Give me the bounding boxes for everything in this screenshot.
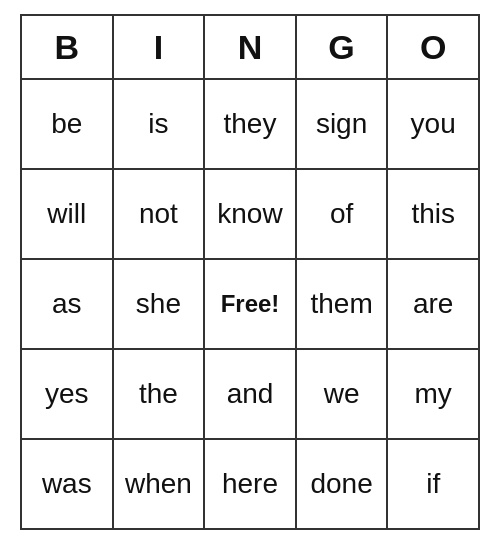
bingo-cell: will [22,170,114,258]
bingo-row: assheFree!themare [22,260,478,350]
bingo-cell: sign [297,80,389,168]
bingo-cell: them [297,260,389,348]
header-cell: G [297,16,389,78]
bingo-row: yestheandwemy [22,350,478,440]
bingo-cell: was [22,440,114,528]
bingo-row: willnotknowofthis [22,170,478,260]
bingo-cell: is [114,80,206,168]
header-cell: I [114,16,206,78]
bingo-cell: they [205,80,297,168]
bingo-cell: when [114,440,206,528]
bingo-cell: yes [22,350,114,438]
bingo-cell: done [297,440,389,528]
header-cell: B [22,16,114,78]
bingo-cell: we [297,350,389,438]
bingo-cell: as [22,260,114,348]
bingo-row: waswhenheredoneif [22,440,478,528]
bingo-cell: if [388,440,478,528]
bingo-cell: know [205,170,297,258]
bingo-cell: you [388,80,478,168]
bingo-cell: not [114,170,206,258]
header-cell: O [388,16,478,78]
header-cell: N [205,16,297,78]
bingo-cell: be [22,80,114,168]
bingo-row: beistheysignyou [22,80,478,170]
bingo-card: BINGO beistheysignyouwillnotknowofthisas… [20,14,480,530]
bingo-cell: she [114,260,206,348]
bingo-cell: this [388,170,478,258]
header-row: BINGO [22,16,478,80]
bingo-cell: Free! [205,260,297,348]
bingo-cell: of [297,170,389,258]
bingo-cell: here [205,440,297,528]
bingo-cell: are [388,260,478,348]
bingo-cell: the [114,350,206,438]
bingo-cell: and [205,350,297,438]
bingo-cell: my [388,350,478,438]
